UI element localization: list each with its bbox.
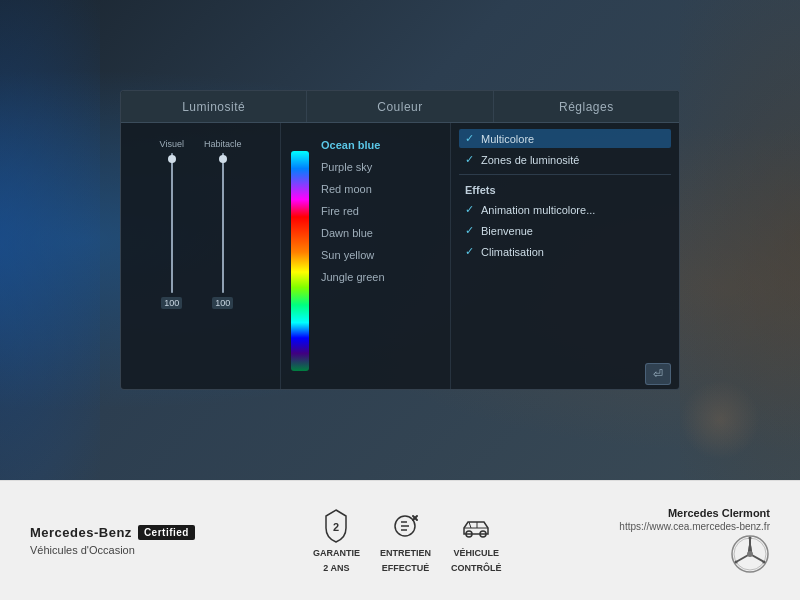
garantie-label-line1: GARANTIE xyxy=(313,548,360,559)
display-panel: Luminosité Couleur Réglages Visuel xyxy=(120,90,680,390)
slider-visuel-label: Visuel xyxy=(160,139,184,149)
tab-couleur[interactable]: Couleur xyxy=(307,91,493,122)
mercedes-star-icon xyxy=(730,534,770,574)
dealer-name: Mercedes Clermont xyxy=(668,507,770,519)
vehicule-label-line2: CONTRÔLÉ xyxy=(451,563,502,574)
reglage-multicolore[interactable]: ✓ Multicolore xyxy=(459,129,671,148)
slider-visuel-fill xyxy=(171,153,173,293)
slider-visuel-track[interactable] xyxy=(171,153,173,293)
color-item-jungle-green[interactable]: Jungle green xyxy=(315,267,440,287)
tab-luminosite[interactable]: Luminosité xyxy=(121,91,307,122)
occasion-text: Véhicules d'Occasion xyxy=(30,544,135,556)
section-divider-effets xyxy=(459,174,671,175)
check-icon-animation: ✓ xyxy=(465,203,477,216)
color-item-sun-yellow[interactable]: Sun yellow xyxy=(315,245,440,265)
couleur-panel: Ocean blue Purple sky Red moon Fire red … xyxy=(281,123,451,390)
color-item-purple-sky[interactable]: Purple sky xyxy=(315,157,440,177)
garantie-icon: 2 xyxy=(318,508,354,544)
color-gradient-bar xyxy=(291,151,309,371)
reglage-climatisation-label: Climatisation xyxy=(481,246,544,258)
color-item-fire-red[interactable]: Fire red xyxy=(315,201,440,221)
color-item-ocean-blue[interactable]: Ocean blue xyxy=(315,135,440,155)
entretien-icon xyxy=(387,508,423,544)
dealer-url: https://www.cea.mercedes-benz.fr xyxy=(619,521,770,532)
slider-habitacle-track[interactable] xyxy=(222,153,224,293)
reglage-animation[interactable]: ✓ Animation multicolore... xyxy=(459,200,671,219)
slider-habitacle-group: Habitacle 100 xyxy=(204,139,242,379)
car-screen: Luminosité Couleur Réglages Visuel xyxy=(0,0,800,480)
check-icon-multicolore: ✓ xyxy=(465,132,477,145)
cert-entretien: ENTRETIEN EFFECTUÉ xyxy=(380,508,431,574)
tabs-bar: Luminosité Couleur Réglages xyxy=(121,91,679,123)
sliders-row: Visuel 100 Habitacle 100 xyxy=(131,139,270,379)
svg-point-13 xyxy=(762,561,765,564)
vehicule-icon xyxy=(458,508,494,544)
reglage-climatisation[interactable]: ✓ Climatisation xyxy=(459,242,671,261)
slider-habitacle-label: Habitacle xyxy=(204,139,242,149)
certified-logo: Mercedes-Benz Certified xyxy=(30,525,195,540)
entretien-label-line1: ENTRETIEN xyxy=(380,548,431,559)
slider-visuel-value: 100 xyxy=(161,297,182,309)
slider-visuel-thumb xyxy=(168,155,176,163)
back-button[interactable]: ⏎ xyxy=(645,363,671,385)
certified-badge: Certified xyxy=(138,525,195,540)
reglage-zones-label: Zones de luminosité xyxy=(481,154,579,166)
cert-vehicule: VÉHICULE CONTRÔLÉ xyxy=(451,508,502,574)
reglage-animation-label: Animation multicolore... xyxy=(481,204,595,216)
garantie-label-line2: 2 ANS xyxy=(323,563,349,574)
certifications-section: 2 GARANTIE 2 ANS ENTRETIEN EFFECTUÉ xyxy=(313,508,502,574)
slider-habitacle-value: 100 xyxy=(212,297,233,309)
reglage-bienvenue[interactable]: ✓ Bienvenue xyxy=(459,221,671,240)
reglage-bienvenue-label: Bienvenue xyxy=(481,225,533,237)
effets-section-header: Effets xyxy=(459,180,671,198)
check-icon-climatisation: ✓ xyxy=(465,245,477,258)
luminosite-panel: Visuel 100 Habitacle 100 xyxy=(121,123,281,390)
color-list: Ocean blue Purple sky Red moon Fire red … xyxy=(315,131,440,383)
svg-text:2: 2 xyxy=(333,521,339,533)
color-item-red-moon[interactable]: Red moon xyxy=(315,179,440,199)
mercedes-certified-section: Mercedes-Benz Certified Véhicules d'Occa… xyxy=(30,525,195,556)
mercedes-benz-text: Mercedes-Benz xyxy=(30,525,132,540)
reglage-multicolore-label: Multicolore xyxy=(481,133,534,145)
reglage-zones-luminosite[interactable]: ✓ Zones de luminosité xyxy=(459,150,671,169)
color-item-dawn-blue[interactable]: Dawn blue xyxy=(315,223,440,243)
check-icon-bienvenue: ✓ xyxy=(465,224,477,237)
tab-reglages[interactable]: Réglages xyxy=(494,91,679,122)
entretien-label-line2: EFFECTUÉ xyxy=(382,563,430,574)
slider-habitacle-fill xyxy=(222,153,224,293)
cert-garantie: 2 GARANTIE 2 ANS xyxy=(313,508,360,574)
check-icon-zones: ✓ xyxy=(465,153,477,166)
svg-point-12 xyxy=(748,537,751,540)
content-area: Visuel 100 Habitacle 100 xyxy=(121,123,679,390)
svg-point-14 xyxy=(734,561,737,564)
bottom-bar: Mercedes-Benz Certified Véhicules d'Occa… xyxy=(0,480,800,600)
vehicule-label-line1: VÉHICULE xyxy=(453,548,499,559)
dealer-info-section: Mercedes Clermont https://www.cea.merced… xyxy=(619,507,770,574)
slider-habitacle-thumb xyxy=(219,155,227,163)
reglages-panel: ✓ Multicolore ✓ Zones de luminosité Effe… xyxy=(451,123,679,390)
hand-hint xyxy=(680,380,760,460)
slider-visuel-group: Visuel 100 xyxy=(160,139,184,379)
svg-point-15 xyxy=(747,551,753,557)
